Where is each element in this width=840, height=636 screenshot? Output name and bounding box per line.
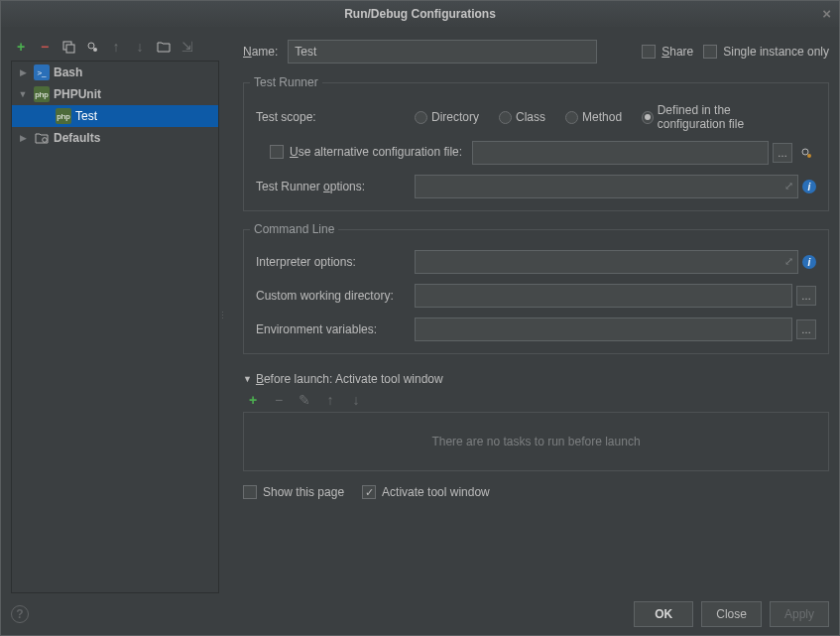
checkbox-icon (270, 145, 284, 159)
tree-label: Test (75, 109, 97, 123)
alt-config-checkbox[interactable]: Use alternative configuration file: (256, 145, 462, 162)
tree-toolbar: + − ↑ ↓ ⇲ (11, 37, 219, 61)
single-instance-checkbox[interactable]: Single instance only (703, 45, 829, 59)
empty-tasks-placeholder: There are no tasks to run before launch (431, 435, 640, 448)
test-scope-label: Test scope: (256, 110, 405, 124)
expand-arrow-icon[interactable]: ▶ (16, 133, 30, 143)
folder-icon[interactable] (156, 39, 172, 55)
svg-point-4 (43, 138, 48, 143)
before-launch-toolbar: + − ✎ ↑ ↓ (243, 386, 829, 412)
info-icon[interactable]: i (802, 180, 816, 193)
checkbox-icon (642, 45, 656, 59)
bash-icon: >_ (34, 64, 50, 80)
svg-point-5 (802, 149, 808, 155)
remove-icon: − (271, 392, 287, 408)
tree-node-test[interactable]: php Test (12, 105, 218, 127)
svg-point-3 (93, 48, 97, 52)
interpreter-options-input[interactable]: ⤢ (415, 250, 798, 274)
svg-point-2 (88, 43, 94, 49)
dialog-footer: ? OK Close Apply (11, 601, 829, 627)
ok-button[interactable]: OK (634, 601, 693, 627)
window-title: Run/Debug Configurations (344, 7, 496, 21)
tree-label: PHPUnit (54, 87, 101, 101)
dialog-window: Run/Debug Configurations × + − ↑ ↓ (0, 0, 840, 636)
name-row: Name: Share Single instance only (243, 39, 829, 64)
env-vars-label: Environment variables: (256, 322, 405, 336)
show-this-page-checkbox[interactable]: Show this page (243, 485, 344, 499)
browse-button[interactable]: … (773, 143, 792, 163)
tree-node-defaults[interactable]: ▶ Defaults (12, 127, 218, 149)
move-down-icon: ↓ (348, 392, 364, 408)
titlebar: Run/Debug Configurations × (1, 1, 839, 27)
browse-button[interactable]: … (796, 319, 816, 339)
radio-icon (642, 111, 654, 124)
apply-button: Apply (770, 601, 829, 627)
radio-method[interactable]: Method (565, 110, 622, 124)
tree-label: Defaults (54, 131, 100, 145)
alt-config-label: Use alternative configuration file: (290, 145, 462, 159)
add-icon[interactable]: + (13, 39, 29, 55)
right-panel: Name: Share Single instance only Test Ru… (225, 37, 829, 593)
env-vars-input[interactable] (415, 318, 792, 341)
working-dir-label: Custom working directory: (256, 289, 405, 303)
radio-icon (415, 111, 427, 124)
name-label: Name: (243, 45, 278, 59)
add-icon[interactable]: + (245, 392, 261, 408)
collapse-icon: ⇲ (180, 39, 195, 55)
runner-options-label: Test Runner options: (256, 180, 405, 193)
help-icon[interactable]: ? (11, 605, 29, 623)
runner-options-input[interactable]: ⤢ (415, 175, 798, 198)
main-split: + − ↑ ↓ ⇲ ▶ (11, 37, 829, 593)
tree-node-phpunit[interactable]: ▼ php PHPUnit (12, 83, 218, 105)
expand-arrow-icon[interactable]: ▶ (16, 67, 30, 77)
radio-icon (499, 111, 512, 124)
tree-label: Bash (54, 65, 82, 79)
radio-class[interactable]: Class (499, 110, 545, 124)
left-panel: + − ↑ ↓ ⇲ ▶ (11, 37, 219, 593)
remove-icon[interactable]: − (37, 39, 53, 55)
expand-icon[interactable]: ⤢ (784, 180, 793, 192)
svg-point-6 (807, 154, 811, 158)
phpunit-icon: php (34, 86, 50, 102)
radio-config-file[interactable]: Defined in the configuration file (642, 103, 800, 131)
section-legend: Command Line (250, 222, 338, 236)
close-icon[interactable]: × (822, 5, 831, 22)
config-tree[interactable]: ▶ >_ Bash ▼ php PHPUnit php Test ▶ (11, 61, 219, 593)
expand-arrow-icon[interactable]: ▼ (16, 89, 30, 99)
info-icon[interactable]: i (802, 255, 816, 269)
name-input[interactable] (288, 40, 597, 64)
move-up-icon: ↑ (322, 392, 338, 408)
close-button[interactable]: Close (701, 601, 762, 627)
checkbox-icon (703, 45, 717, 59)
dialog-body: + − ↑ ↓ ⇲ ▶ (1, 27, 839, 635)
test-scope-radios: Directory Class Method Defined in the co… (415, 103, 816, 131)
share-label: Share (661, 45, 693, 59)
checkbox-icon (243, 485, 257, 499)
radio-directory[interactable]: Directory (415, 110, 479, 124)
before-launch-tasks[interactable]: There are no tasks to run before launch (243, 412, 829, 471)
interpreter-options-label: Interpreter options: (256, 255, 405, 269)
folder-icon (34, 130, 50, 146)
before-launch-label: Before launch: Activate tool window (256, 372, 443, 386)
expand-icon[interactable]: ⤢ (784, 255, 793, 268)
edit-icon: ✎ (297, 392, 312, 408)
phpunit-icon: php (56, 108, 71, 124)
collapse-arrow-icon: ▼ (243, 374, 252, 384)
svg-rect-1 (66, 45, 74, 53)
radio-icon (565, 111, 578, 124)
settings-button[interactable] (796, 143, 816, 163)
browse-button[interactable]: … (796, 286, 816, 306)
alt-config-input[interactable] (472, 141, 769, 165)
share-checkbox[interactable]: Share (642, 45, 693, 59)
single-instance-label: Single instance only (723, 45, 829, 59)
command-line-section: Command Line Interpreter options: ⤢ i Cu… (243, 229, 829, 354)
copy-icon[interactable] (60, 39, 76, 55)
section-legend: Test Runner (250, 75, 322, 89)
move-down-icon: ↓ (132, 39, 148, 55)
before-launch-header[interactable]: ▼ Before launch: Activate tool window (243, 372, 829, 386)
move-up-icon: ↑ (108, 39, 124, 55)
tree-node-bash[interactable]: ▶ >_ Bash (12, 62, 218, 83)
working-dir-input[interactable] (415, 284, 792, 308)
settings-icon[interactable] (84, 39, 100, 55)
activate-tool-window-checkbox[interactable]: Activate tool window (362, 485, 490, 499)
